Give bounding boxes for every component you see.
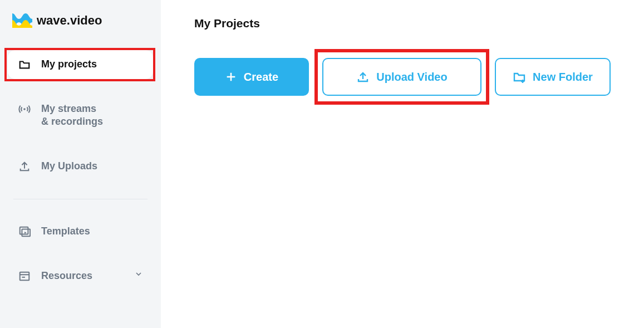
broadcast-icon: [18, 102, 31, 116]
upload-icon: [18, 160, 31, 173]
sidebar-item-my-uploads[interactable]: My Uploads: [8, 152, 153, 181]
wave-logo-icon: [12, 13, 32, 28]
sidebar-item-my-streams[interactable]: My streams & recordings: [8, 95, 153, 136]
sidebar-item-sublabel: & recordings: [41, 115, 103, 128]
folder-icon: [18, 58, 31, 71]
sidebar-item-label: Resources: [41, 270, 92, 282]
svg-rect-1: [20, 227, 28, 234]
page-title: My Projects: [194, 17, 611, 30]
chevron-down-icon: [134, 270, 143, 278]
sidebar: wave.video My projects: [0, 0, 161, 328]
sidebar-item-label: My Uploads: [41, 160, 97, 173]
sidebar-item-templates[interactable]: Templates: [8, 217, 153, 246]
svg-point-0: [23, 108, 26, 110]
templates-icon: [18, 225, 31, 238]
button-label: New Folder: [533, 71, 593, 84]
resources-icon: [18, 270, 31, 283]
action-row: Create Upload Video: [194, 58, 611, 96]
create-button[interactable]: Create: [194, 58, 309, 96]
button-label: Create: [244, 71, 278, 84]
sidebar-nav: My projects My streams & recordin: [8, 50, 153, 291]
upload-icon: [356, 70, 370, 84]
upload-video-button[interactable]: Upload Video: [322, 58, 481, 96]
sidebar-divider: [13, 199, 148, 199]
sidebar-item-label: My streams: [41, 102, 103, 115]
brand-name: wave.video: [37, 13, 102, 28]
button-label: Upload Video: [376, 71, 447, 84]
svg-rect-3: [20, 272, 30, 280]
sidebar-item-label: Templates: [41, 225, 90, 238]
new-folder-icon: [513, 70, 526, 84]
new-folder-button[interactable]: New Folder: [495, 58, 611, 96]
sidebar-item-my-projects[interactable]: My projects: [8, 50, 153, 79]
plus-icon: [225, 71, 237, 83]
sidebar-item-resources[interactable]: Resources: [8, 262, 153, 291]
upload-button-wrapper: Upload Video: [322, 58, 481, 96]
sidebar-item-label: My projects: [41, 58, 97, 71]
main-content: My Projects Create: [161, 0, 644, 328]
brand-logo[interactable]: wave.video: [8, 13, 153, 50]
